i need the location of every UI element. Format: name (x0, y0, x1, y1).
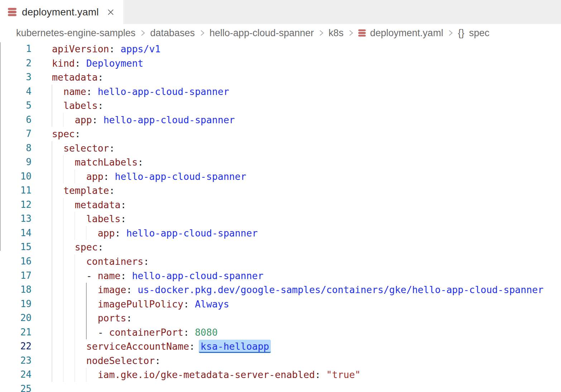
code-line-22[interactable]: 22 serviceAccountName: ksa-helloapp (0, 339, 561, 354)
indent-guide (63, 169, 64, 184)
line-number[interactable]: 19 (0, 297, 32, 311)
line-number[interactable]: 13 (0, 212, 32, 226)
code-token: matchLabels (75, 157, 138, 168)
code-token: : (75, 58, 86, 69)
line-number[interactable]: 16 (0, 254, 32, 269)
code-line-21[interactable]: 21 - containerPort: 8080 (0, 325, 561, 340)
code-token: us-docker.pkg.dev/google-samples/contain… (138, 284, 543, 295)
line-number[interactable]: 7 (0, 127, 32, 141)
indent-guide (52, 297, 52, 311)
indent-guide (63, 240, 64, 254)
tab-title: deployment.yaml (22, 6, 99, 18)
indent-guide (63, 254, 64, 269)
close-tab-icon[interactable] (105, 7, 116, 18)
code-line-7[interactable]: 7spec: (0, 127, 561, 141)
indent-guide (52, 212, 52, 226)
indent-guide (75, 339, 75, 354)
breadcrumb-item-deployment-yaml[interactable]: deployment.yaml (370, 28, 443, 39)
line-number[interactable]: 5 (0, 99, 32, 113)
line-number[interactable]: 10 (0, 169, 32, 184)
code-token: kind (52, 58, 75, 69)
line-number[interactable]: 9 (0, 155, 32, 169)
line-number[interactable]: 2 (0, 56, 32, 71)
code-line-2[interactable]: 2kind: Deployment (0, 56, 561, 71)
tab-deployment-yaml[interactable]: deployment.yaml (0, 0, 124, 24)
code-line-19[interactable]: 19 imagePullPolicy: Always (0, 297, 561, 311)
code-line-10[interactable]: 10 app: hello-app-cloud-spanner (0, 169, 561, 184)
code-line-23[interactable]: 23 nodeSelector: (0, 354, 561, 368)
code-token: metadata (52, 72, 98, 83)
editor-window: deployment.yaml kubernetes-engine-sample… (0, 0, 561, 392)
code-line-18[interactable]: 18 image: us-docker.pkg.dev/google-sampl… (0, 283, 561, 297)
code-line-11[interactable]: 11 template: (0, 183, 561, 198)
indent-guide (52, 141, 52, 156)
code-token: : (143, 256, 149, 267)
breadcrumb-item-k8s[interactable]: k8s (329, 28, 344, 39)
editor-left-sash[interactable] (0, 42, 1, 251)
code-token: : (75, 128, 81, 139)
code-editor[interactable]: 1apiVersion: apps/v12kind: Deployment3me… (0, 42, 561, 392)
code-token (52, 185, 63, 196)
active-indent-guide (86, 297, 87, 311)
breadcrumb-item-hello-app-cloud-spanner[interactable]: hello-app-cloud-spanner (210, 28, 314, 39)
line-number[interactable]: 22 (0, 339, 32, 354)
line-number[interactable]: 6 (0, 113, 32, 127)
code-line-12[interactable]: 12 metadata: (0, 198, 561, 212)
code-lines: 1apiVersion: apps/v12kind: Deployment3me… (0, 42, 561, 392)
breadcrumb-item-kubernetes-engine-samples[interactable]: kubernetes-engine-samples (16, 28, 135, 39)
code-line-4[interactable]: 4 name: hello-app-cloud-spanner (0, 85, 561, 99)
line-number[interactable]: 14 (0, 226, 32, 240)
indent-guide (52, 183, 52, 198)
line-number[interactable]: 15 (0, 240, 32, 254)
indent-guide (63, 325, 64, 340)
breadcrumb-item-databases[interactable]: databases (150, 28, 195, 39)
line-number[interactable]: 17 (0, 269, 32, 283)
code-token: : (155, 355, 160, 366)
chevron-right-icon (448, 28, 453, 38)
code-token: template (63, 185, 109, 196)
indent-guide (63, 226, 64, 240)
line-number[interactable]: 24 (0, 368, 32, 382)
active-indent-guide (86, 283, 87, 297)
code-line-8[interactable]: 8 selector: (0, 141, 561, 156)
code-line-16[interactable]: 16 containers: (0, 254, 561, 269)
code-line-25[interactable]: 25 (0, 382, 561, 392)
line-number[interactable]: 20 (0, 311, 32, 325)
code-line-3[interactable]: 3metadata: (0, 70, 561, 85)
code-token: app (98, 228, 115, 239)
line-number[interactable]: 1 (0, 42, 32, 56)
indent-guide (63, 311, 64, 325)
code-line-6[interactable]: 6 app: hello-app-cloud-spanner (0, 113, 561, 127)
code-line-14[interactable]: 14 app: hello-app-cloud-spanner (0, 226, 561, 240)
code-token: : (109, 143, 115, 154)
line-number[interactable]: 12 (0, 198, 32, 212)
code-token: iam.gke.io/gke-metadata-server-enabled (98, 369, 315, 380)
line-number[interactable]: 18 (0, 283, 32, 297)
code-line-20[interactable]: 20 ports: (0, 311, 561, 325)
line-number[interactable]: 11 (0, 183, 32, 198)
breadcrumb-item-spec[interactable]: spec (469, 28, 489, 39)
code-token (52, 355, 86, 366)
yaml-database-icon (358, 29, 366, 37)
code-line-13[interactable]: 13 labels: (0, 212, 561, 226)
line-number[interactable]: 23 (0, 354, 32, 368)
code-token: metadata (75, 199, 121, 210)
code-token: apiVersion (52, 43, 109, 54)
code-line-9[interactable]: 9 matchLabels: (0, 155, 561, 169)
active-indent-guide (86, 325, 87, 340)
indent-guide (75, 283, 75, 297)
indent-guide (52, 113, 52, 127)
code-line-15[interactable]: 15 spec: (0, 240, 561, 254)
line-number[interactable]: 25 (0, 382, 32, 392)
line-number[interactable]: 21 (0, 325, 32, 340)
code-line-1[interactable]: 1apiVersion: apps/v1 (0, 42, 561, 56)
line-number[interactable]: 4 (0, 85, 32, 99)
code-line-24[interactable]: 24 iam.gke.io/gke-metadata-server-enable… (0, 368, 561, 382)
line-number[interactable]: 3 (0, 70, 32, 85)
indent-guide (75, 169, 75, 184)
code-line-17[interactable]: 17 - name: hello-app-cloud-spanner (0, 269, 561, 283)
code-token: labels (63, 100, 98, 111)
line-number[interactable]: 8 (0, 141, 32, 156)
code-line-5[interactable]: 5 labels: (0, 99, 561, 113)
code-token: : (98, 100, 104, 111)
